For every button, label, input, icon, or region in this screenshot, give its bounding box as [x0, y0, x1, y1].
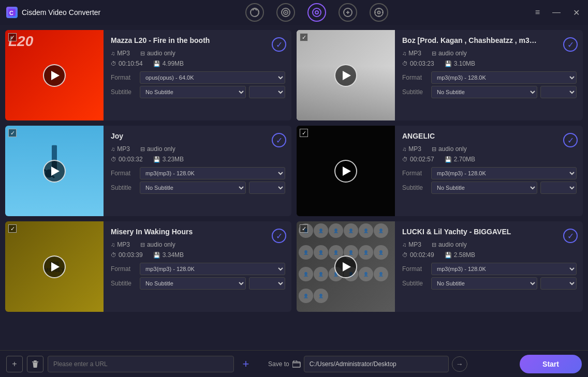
item-title: Mazza L20 - Fire in the booth — [111, 36, 256, 44]
save-to-section: Save to → — [268, 356, 467, 372]
format-mode: ⊟audio only — [432, 50, 467, 57]
item-duration: ⏱00:03:39 — [111, 251, 143, 259]
app-title: Cisdem Video Converter — [22, 8, 100, 17]
svg-point-10 — [377, 11, 380, 14]
item-duration: ⏱00:02:57 — [402, 156, 434, 163]
item-meta-row2: ⏱00:02:57 💾2.70MB — [402, 156, 577, 163]
item-checkbox[interactable] — [300, 33, 308, 41]
item-title: Misery In Waking Hours — [111, 228, 256, 236]
menu-button[interactable]: ≡ — [533, 6, 542, 20]
play-button[interactable] — [43, 255, 66, 278]
item-filesize: 💾2.58MB — [445, 251, 475, 259]
item-thumbnail — [5, 126, 104, 216]
item-meta-row2: ⏱00:02:49 💾2.58MB — [402, 251, 577, 259]
format-label: Format — [402, 170, 428, 177]
item-check-circle[interactable]: ✓ — [272, 133, 286, 147]
footer: + + Save to → Start — [0, 350, 588, 377]
url-input[interactable] — [48, 356, 234, 372]
subtitle-row: Subtitle No Subtitle — [402, 277, 577, 290]
subtitle-select[interactable]: No Subtitle — [431, 277, 537, 290]
subtitle-select[interactable]: No Subtitle — [431, 182, 537, 194]
subtitle-row: Subtitle No Subtitle — [402, 86, 577, 98]
play-button[interactable] — [334, 255, 357, 278]
svg-point-9 — [375, 8, 383, 17]
item-checkbox[interactable] — [300, 129, 308, 137]
subtitle-extra-select[interactable] — [540, 182, 577, 194]
format-mode: ⊟audio only — [140, 145, 175, 153]
item-meta-row2: ⏱00:03:39 💾3.34MB — [111, 251, 285, 259]
subtitle-row: Subtitle No Subtitle — [111, 277, 285, 290]
item-card: L20 Mazza L20 - Fire in the booth ♫MP3 ⊟… — [5, 30, 291, 120]
item-check-circle[interactable]: ✓ — [563, 229, 578, 243]
save-path-input[interactable] — [304, 356, 449, 372]
format-type: ♫MP3 — [402, 241, 421, 248]
item-meta-row2: ⏱00:10:54 💾4.99MB — [111, 60, 285, 67]
item-card: 👤👤👤👤👤👤👤👤👤👤👤👤👤👤👤👤👤👤👤👤 LUCKI & Lil Yachty … — [297, 221, 583, 312]
play-button[interactable] — [334, 160, 357, 183]
format-select[interactable]: mp3(mp3) - 128.0K — [140, 167, 285, 179]
nav-convert[interactable] — [245, 3, 264, 22]
minimize-button[interactable]: — — [550, 6, 563, 20]
close-button[interactable]: ✕ — [571, 6, 582, 20]
item-meta-row1: ♫MP3 ⊟audio only — [111, 50, 285, 57]
item-info: Joy ♫MP3 ⊟audio only ⏱00:03:32 💾3.23MB F… — [104, 126, 291, 216]
subtitle-select[interactable]: No Subtitle — [140, 86, 246, 98]
subtitle-extra-select[interactable] — [540, 277, 577, 290]
play-button[interactable] — [43, 64, 66, 87]
subtitle-select[interactable]: No Subtitle — [140, 277, 246, 290]
item-check-circle[interactable]: ✓ — [272, 229, 286, 243]
nav-active[interactable] — [307, 3, 326, 22]
subtitle-extra-select[interactable] — [249, 182, 285, 194]
window-controls: ≡ — ✕ — [533, 6, 582, 20]
item-title: ANGELIC — [402, 132, 537, 140]
subtitle-extra-select[interactable] — [540, 86, 577, 98]
save-to-label: Save to — [268, 360, 289, 368]
item-thumbnail: L20 — [5, 30, 104, 120]
format-select[interactable]: mp3(mp3) - 128.0K — [431, 167, 577, 179]
item-info: ANGELIC ♫MP3 ⊟audio only ⏱00:02:57 💾2.70… — [395, 126, 583, 216]
item-title: LUCKI & Lil Yachty - BIGGAVEL — [402, 228, 537, 236]
format-label: Format — [111, 74, 137, 81]
browse-folder-button[interactable]: → — [452, 356, 467, 372]
add-url-button[interactable]: + — [6, 356, 23, 372]
nav-download[interactable] — [276, 3, 295, 22]
item-check-circle[interactable]: ✓ — [272, 37, 286, 52]
format-mode: ⊟audio only — [140, 50, 175, 57]
format-mode: ⊟audio only — [432, 145, 467, 153]
item-checkbox[interactable] — [300, 224, 308, 233]
subtitle-label: Subtitle — [402, 184, 428, 191]
item-check-circle[interactable]: ✓ — [563, 133, 578, 147]
subtitle-extra-select[interactable] — [249, 86, 285, 98]
item-checkbox[interactable] — [8, 224, 17, 233]
format-type: ♫MP3 — [111, 145, 130, 153]
item-duration: ⏱00:03:32 — [111, 156, 143, 163]
item-thumbnail: 👤👤👤👤👤👤👤👤👤👤👤👤👤👤👤👤👤👤👤👤 — [297, 221, 395, 312]
subtitle-row: Subtitle No Subtitle — [111, 182, 285, 194]
subtitle-label: Subtitle — [111, 184, 137, 191]
item-check-circle[interactable]: ✓ — [563, 37, 578, 52]
play-button[interactable] — [43, 160, 66, 183]
nav-settings[interactable] — [370, 3, 388, 22]
format-type: ♫MP3 — [111, 50, 130, 57]
item-meta-row1: ♫MP3 ⊟audio only — [402, 50, 577, 57]
svg-point-7 — [315, 11, 318, 14]
format-select[interactable]: mp3(mp3) - 128.0K — [431, 263, 577, 275]
play-button[interactable] — [334, 64, 357, 87]
subtitle-label: Subtitle — [111, 280, 137, 287]
subtitle-select[interactable]: No Subtitle — [140, 182, 246, 194]
format-select[interactable]: mp3(mp3) - 128.0K — [431, 71, 577, 84]
item-title: Joy — [111, 132, 256, 140]
format-select[interactable]: opus(opus) - 64.0K — [140, 71, 285, 84]
item-checkbox[interactable] — [8, 129, 17, 137]
subtitle-extra-select[interactable] — [249, 277, 285, 290]
item-thumbnail — [297, 30, 395, 120]
nav-bar — [100, 3, 533, 22]
subtitle-select[interactable]: No Subtitle — [431, 86, 537, 98]
delete-button[interactable] — [27, 356, 43, 372]
start-button[interactable]: Start — [520, 355, 582, 373]
nav-tools[interactable] — [339, 3, 357, 22]
item-meta-row1: ♫MP3 ⊟audio only — [402, 241, 577, 248]
add-plus-button[interactable]: + — [238, 356, 254, 372]
format-select[interactable]: mp3(mp3) - 128.0K — [140, 263, 285, 275]
item-checkbox[interactable] — [8, 33, 17, 41]
